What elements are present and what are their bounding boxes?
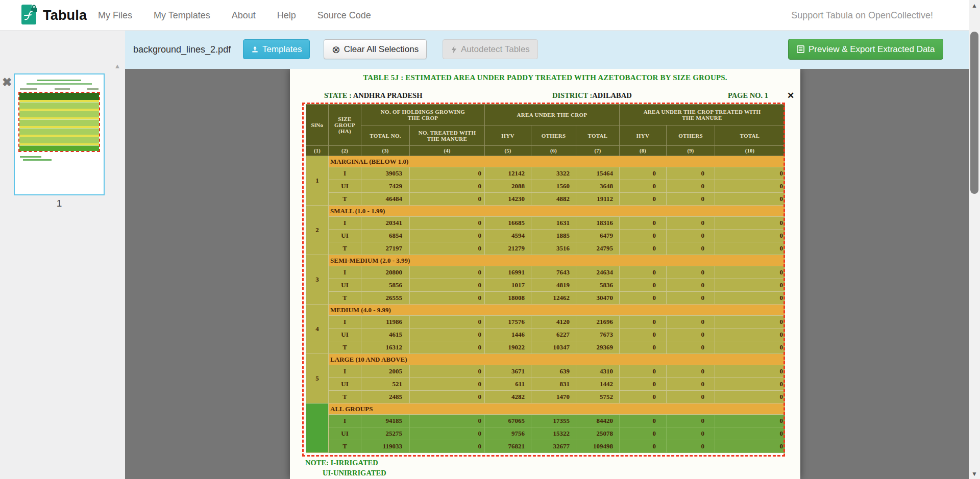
nav-source-code[interactable]: Source Code [317, 10, 371, 21]
state-value: ANDHRA PRADESH [352, 91, 423, 99]
thumbnail-page-number: 1 [14, 198, 105, 209]
district-label: DISTRICT : [552, 91, 592, 99]
mini-note-line-1 [20, 156, 41, 158]
lightning-bolt-icon [451, 45, 457, 54]
mini-note-line-2 [23, 159, 52, 161]
page-1-thumbnail[interactable] [14, 73, 105, 195]
tabula-logo[interactable]: Tabula [20, 0, 87, 31]
page-scrollbar: ▲ ▼ [969, 0, 980, 479]
scrollbar-down-icon[interactable]: ▼ [969, 470, 980, 477]
nav-about[interactable]: About [232, 10, 256, 21]
preview-export-button[interactable]: Preview & Export Extracted Data [788, 39, 943, 60]
clear-circle-x-icon: ⊗ [332, 44, 340, 55]
export-button-label: Preview & Export Extracted Data [808, 44, 935, 55]
toolbar: background_lines_2.pdf Templates ⊗ Clear… [125, 31, 980, 69]
scrollbar-up-icon[interactable]: ▲ [969, 2, 980, 9]
nav-my-templates[interactable]: My Templates [154, 10, 210, 21]
nav-help[interactable]: Help [277, 10, 296, 21]
mini-meta-line [20, 88, 99, 90]
mini-subtitle-line [27, 83, 92, 85]
clear-button-label: Clear All Selections [344, 44, 419, 55]
note-line-1: NOTE: I-IRRIGATED [305, 459, 378, 467]
template-upload-icon [251, 45, 259, 53]
note-line-2: UI-UNIRRIGATED [323, 469, 386, 477]
mini-table-selection [18, 92, 100, 152]
support-link[interactable]: Support Tabula on OpenCollective! [791, 0, 933, 31]
templates-button[interactable]: Templates [243, 39, 310, 59]
brand-name: Tabula [43, 8, 87, 23]
nav-my-files[interactable]: My Files [98, 10, 132, 21]
top-navbar: Tabula My Files My Templates About Help … [0, 0, 980, 31]
templates-button-label: Templates [262, 44, 302, 55]
sidebar-scroll-up-icon[interactable]: ▲ [112, 62, 123, 70]
pdf-viewer-area: TABLE 5J : ESTIMATED AREA UNDER PADDY TR… [125, 69, 980, 479]
page-no-label: PAGE NO. 1 [728, 91, 768, 100]
table-selection-box[interactable] [302, 103, 785, 457]
autodetect-tables-button[interactable]: Autodetect Tables [443, 39, 538, 59]
mini-title-line [37, 80, 81, 81]
remove-page-icon[interactable]: ✖ [2, 75, 12, 89]
current-filename: background_lines_2.pdf [133, 31, 231, 69]
district-value: ADILABAD [592, 91, 631, 99]
export-table-icon [796, 45, 805, 54]
nav-links: My Files My Templates About Help Source … [98, 0, 371, 31]
table-title: TABLE 5J : ESTIMATED AREA UNDER PADDY TR… [290, 73, 800, 82]
close-selection-icon[interactable]: ✕ [787, 90, 794, 101]
state-label: STATE : [324, 91, 352, 99]
autodetect-button-label: Autodetect Tables [461, 44, 530, 55]
page-thumbnail-sidebar: ▲ ✖ 1 ▼ [0, 31, 125, 479]
clear-all-selections-button[interactable]: ⊗ Clear All Selections [324, 39, 427, 59]
scrollbar-thumb[interactable] [970, 32, 978, 194]
pdf-page: TABLE 5J : ESTIMATED AREA UNDER PADDY TR… [290, 69, 800, 479]
tabula-logo-icon [20, 4, 38, 27]
